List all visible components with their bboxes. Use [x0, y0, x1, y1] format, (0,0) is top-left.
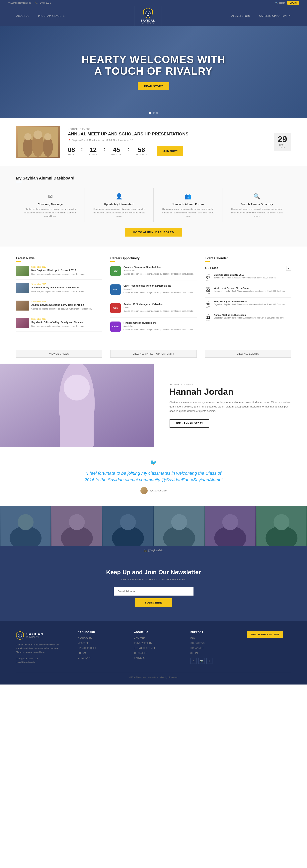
hero-dot-3[interactable] — [156, 112, 158, 114]
twitter-avatar — [141, 487, 148, 494]
card-search-directory[interactable]: 🔍 Search Alumni Directory Claritas est l… — [222, 188, 291, 222]
event-info: UPCOMING EVENT ANNUAL MEET UP AND SCHOLA… — [68, 128, 266, 156]
svg-point-8 — [44, 133, 52, 141]
career-text-2: Claritas est lorem processus dynamicus, … — [123, 310, 194, 313]
view-all-careers-button[interactable]: View All Career Opportunity — [110, 350, 197, 358]
footer-link-org[interactable]: ORGANIZER — [190, 646, 235, 650]
dashboard-button[interactable]: GO TO ALUMNI DASHBOARD — [125, 228, 182, 237]
news-img-1 — [16, 283, 29, 293]
subscribe-button[interactable]: SUBSCRIBE — [135, 598, 172, 607]
newsletter-section: Keep Up and Join Our Newsletter Duis aut… — [0, 555, 307, 621]
news-text-0: Bohemius, qui sequitur mutationem consuc… — [31, 273, 85, 276]
news-date-2: September 2016 — [31, 301, 92, 303]
career-company-2: Kidso — [123, 307, 194, 309]
career-info-1: Chief Technologies Officer at Microsis I… — [123, 284, 194, 294]
dashboard-cards: ✉ Checking Message Claritas est lorem pr… — [16, 188, 291, 222]
news-img-0 — [16, 266, 29, 276]
search-icon[interactable]: 🔍 search — [275, 2, 285, 4]
event-badge-3: THU 12 APR — [205, 314, 212, 321]
facebook-social-icon[interactable]: f — [207, 658, 212, 664]
career-item-0: Star Creative Director at StartTrek Inc … — [110, 266, 197, 280]
dashboard-btn-wrap: GO TO ALUMNI DASHBOARD — [16, 228, 291, 237]
nav-programs[interactable]: PROGRAM & EVENTS — [34, 11, 69, 21]
photo-2 — [51, 506, 102, 546]
twitter-user: @KathleenLittle — [16, 487, 291, 494]
card-update-info[interactable]: 👤 Update My Information Claritas est lor… — [85, 188, 154, 222]
footer-link-forum[interactable]: FORUM — [78, 651, 122, 655]
career-title-2: Senior UI/UX Manager at Kidso Inc — [123, 303, 194, 306]
footer-link-directory[interactable]: DIRECTORY — [78, 656, 122, 660]
newsletter-email-input[interactable] — [114, 587, 193, 595]
footer-link-careers[interactable]: CAREERS — [134, 656, 178, 660]
join-now-button[interactable]: Join Now! — [157, 146, 183, 156]
photo-4 — [154, 506, 205, 546]
footer-links-about: ABOUT US ABOUT US PRIVACY POLICY TERMS O… — [134, 631, 178, 664]
news-headline-1: Sayidan Library Gives Alumni New Access — [31, 286, 85, 289]
footer-link-organizer[interactable]: ORGANIZER — [134, 651, 178, 655]
footer-contact: users@2225 | 47087.225 alumni@sayidan.ed… — [16, 657, 66, 664]
career-text-0: Claritas est lorem processus dynamicus, … — [123, 273, 194, 275]
footer-bottom: ©2016 Alumni Association of the Universi… — [16, 672, 291, 679]
footer-link-contact[interactable]: CONTACT US — [190, 642, 235, 645]
footer-link-dashboard[interactable]: DASHBOARD — [78, 637, 122, 640]
career-company-1: Microsoft — [123, 288, 194, 290]
hero-headline: HEARTY WELCOMES WITH A TOUCH OF RIVALRY — [82, 54, 225, 76]
career-company-0: StartTrek Inc — [123, 270, 194, 272]
photo-svg-3 — [102, 506, 154, 546]
career-logo-0: Star — [110, 266, 121, 276]
card-title-3: Search Alumni Directory — [228, 203, 285, 206]
view-all-news-button[interactable]: View All News — [16, 350, 102, 358]
cal-event-2: TUE 10 APR Soap Sorting at Clean the Wor… — [205, 300, 291, 311]
dashboard-section: My Sayidan Alumni Dashboard ✉ Checking M… — [0, 166, 307, 247]
view-all-events-button[interactable]: View All Events — [205, 350, 291, 358]
instagram-strip: 📷 @SayidanEdu — [0, 546, 307, 555]
career-title-1: Chief Technologies Officer at Microsis I… — [123, 284, 194, 288]
twitter-social-icon[interactable]: 𝕏 — [190, 658, 196, 664]
nav-alumni-story[interactable]: ALUMNI STORY — [227, 11, 255, 21]
alumni-label: Alumni Interview — [170, 383, 291, 386]
alumni-story-button[interactable]: SEE HANNAH STORY — [170, 419, 209, 428]
card-title-0: Checking Message — [22, 203, 79, 206]
hero-dot-2[interactable] — [153, 112, 155, 114]
footer-link-social[interactable]: SOCIAL — [190, 651, 235, 655]
alumni-photo-svg — [0, 364, 154, 447]
career-title-0: Creative Director at StartTrek Inc — [123, 266, 194, 269]
nav-about[interactable]: ABOUT US — [12, 11, 34, 21]
event-badge-0: SAT 07 APR — [205, 274, 212, 281]
logo-sub: UNIVERSITY — [142, 22, 154, 24]
hero-cta-button[interactable]: READ STORY — [137, 82, 170, 90]
card-checking-message[interactable]: ✉ Checking Message Claritas est lorem pr… — [16, 188, 85, 222]
message-icon: ✉ — [46, 192, 54, 200]
card-join-forum[interactable]: 👥 Join with Alumni Forum Claritas est lo… — [154, 188, 222, 222]
footer-link-terms[interactable]: TERMS OF SERVICE — [134, 646, 178, 650]
logo-shield-icon: S — [143, 7, 153, 19]
instagram-handle[interactable]: @SayidanEdu — [148, 549, 163, 552]
photo-5 — [205, 506, 256, 546]
login-button[interactable]: LOGIN — [287, 1, 299, 5]
svg-point-6 — [24, 133, 32, 141]
news-text-1: Bohemius, qui sequitur mutationem consuc… — [31, 290, 85, 293]
logo[interactable]: S SAYIDAN UNIVERSITY — [134, 6, 162, 26]
newsletter-subtitle: Duis autem vel eum iriure dolor in hendr… — [16, 578, 291, 581]
footer-link-update[interactable]: UPDATE PROFILE — [78, 646, 122, 650]
footer-links-dashboard: DASHBOARD DASHBOARD MESSAGE UPDATE PROFI… — [78, 631, 122, 664]
careers-divider — [110, 261, 115, 262]
calendar-prev-button[interactable]: ‹ — [286, 266, 291, 271]
event-image — [16, 126, 60, 158]
alumni-photo — [0, 364, 154, 447]
location-icon: 📍 — [68, 139, 71, 142]
footer-link-faq[interactable]: FAQ — [190, 637, 235, 640]
email-address: alumni@sayidan.edu — [10, 2, 31, 4]
photo-1 — [0, 506, 51, 546]
footer-top: S SAYIDAN UNIVERSITY Claritas est lorem … — [16, 631, 291, 664]
nav-careers[interactable]: CAREERS OPPORTUNITY — [255, 11, 295, 21]
news-item-0: September 2016 New Sayidan 'Start-Up' in… — [16, 266, 102, 280]
footer-link-message[interactable]: MESSAGE — [78, 642, 122, 645]
footer-col-title-0: DASHBOARD — [78, 631, 122, 634]
svg-point-11 — [64, 375, 90, 401]
instagram-social-icon[interactable]: 📷 — [198, 658, 205, 664]
footer-link-about[interactable]: ABOUT US — [134, 637, 178, 640]
footer-cta-button[interactable]: JOIN SAYIDAN ALUMNI — [247, 631, 283, 638]
hero-dot-1[interactable] — [149, 112, 151, 114]
footer-link-privacy[interactable]: PRIVACY POLICY — [134, 642, 178, 645]
